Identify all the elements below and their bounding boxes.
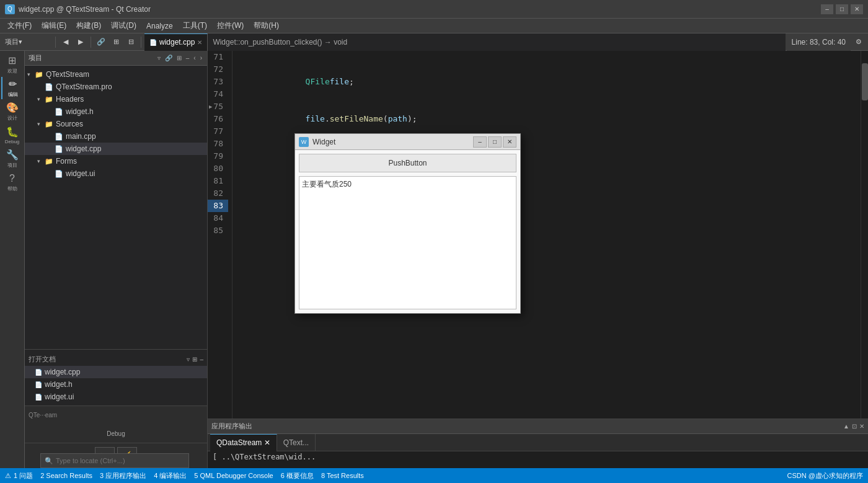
float-title-text: Widget: [312, 138, 335, 146]
tree-item-root[interactable]: ▾ 📁 QTextStream: [25, 68, 207, 81]
panel-link-icon[interactable]: 🔗: [164, 54, 174, 62]
search-input[interactable]: [56, 457, 185, 464]
open-docs-header: 打开文档 ▿ ⊞ –: [25, 352, 207, 366]
panel-expand-icon[interactable]: ⊞: [175, 54, 183, 62]
tree-icon-widget-ui: 📄: [55, 170, 63, 178]
tab-close-icon[interactable]: ✕: [197, 39, 202, 46]
output-tab-qtext[interactable]: QText...: [277, 434, 316, 451]
minimize-button[interactable]: –: [821, 4, 833, 14]
open-doc-widget-ui[interactable]: 📄 widget.ui: [25, 391, 207, 403]
close-button[interactable]: ✕: [851, 4, 863, 14]
float-maximize-btn[interactable]: □: [488, 136, 502, 148]
open-doc-widget-cpp[interactable]: 📄 widget.cpp: [25, 366, 207, 378]
tree-item-widget-ui[interactable]: ▾ 📄 widget.ui: [25, 167, 207, 180]
design-icon: 🎨: [6, 102, 19, 113]
ln-73: 73: [208, 76, 228, 88]
output-panel-header: 应用程序输出 ▲ ⊡ ✕: [208, 419, 868, 434]
debug-panel-btn[interactable]: Debug: [25, 424, 207, 443]
panel-collapse-icon[interactable]: –: [185, 54, 191, 62]
nav-forward-btn[interactable]: ▶: [74, 35, 87, 49]
output-close-icon[interactable]: ✕: [859, 423, 864, 430]
tree-item-pro[interactable]: ▾ 📄 QTextStream.pro: [25, 81, 207, 93]
tree-icon-root: 📁: [35, 71, 43, 79]
status-item-compile-output[interactable]: 4 编译输出: [154, 471, 187, 481]
editor-tab-widget-cpp[interactable]: 📄 widget.cpp ✕: [144, 33, 208, 51]
status-item-app-output[interactable]: 3 应用程序输出: [100, 471, 146, 481]
tree-item-headers[interactable]: ▾ 📁 Headers: [25, 93, 207, 105]
tree-item-widget-cpp[interactable]: ▾ 📄 widget.cpp: [25, 143, 207, 155]
tree-item-forms[interactable]: ▾ 📁 Forms: [25, 155, 207, 167]
tree-item-widget-h[interactable]: ▾ 📄 widget.h: [25, 105, 207, 118]
menu-help[interactable]: 帮助(H): [249, 19, 284, 33]
ln-74: 74: [208, 88, 228, 100]
ln-80: 80: [208, 162, 228, 175]
open-docs-section: 打开文档 ▿ ⊞ – 📄 widget.cpp 📄 widget.h 📄 wid…: [25, 349, 207, 405]
maximize-button[interactable]: □: [836, 4, 848, 14]
menu-file[interactable]: 文件(F): [2, 19, 37, 33]
panel-filter-icon[interactable]: ▿: [156, 54, 162, 62]
menu-controls[interactable]: 控件(W): [212, 19, 249, 33]
output-tabs: QDataStream ✕ QText...: [208, 434, 868, 451]
menu-analyze[interactable]: Analyze: [141, 19, 178, 33]
status-right: CSDN @虚心求知的程序: [787, 471, 863, 481]
ln-83: 83: [208, 200, 228, 212]
ln-84: 84: [208, 212, 228, 224]
output-tab-qdatastream[interactable]: QDataStream ✕: [210, 434, 277, 451]
sidebar-icon-help[interactable]: ? 帮助: [1, 171, 24, 193]
menu-tools[interactable]: 工具(T): [178, 19, 212, 33]
tree-item-sources[interactable]: ▾ 📁 Sources: [25, 118, 207, 130]
search-icon: 🔍: [45, 457, 53, 465]
float-content: PushButton 主要看气质250: [295, 150, 520, 313]
menu-build[interactable]: 构建(B): [71, 19, 106, 33]
tree-arrow-headers: ▾: [37, 96, 43, 102]
open-docs-expand-icon[interactable]: ⊞: [192, 356, 197, 363]
tree-arrow-forms: ▾: [37, 158, 43, 164]
toolbar: 项目▾ ◀ ▶ 🔗 ⊞ ⊟ 📄 widget.cpp ✕ Widget::on_…: [0, 33, 868, 51]
toolbar-sep-1: [55, 37, 56, 48]
ln-75: 75: [208, 100, 228, 113]
output-collapse-icon[interactable]: ▲: [843, 423, 849, 430]
status-item-search-results[interactable]: 2 Search Results: [40, 472, 92, 479]
title-bar-controls[interactable]: – □ ✕: [821, 4, 863, 14]
panel-close-icon[interactable]: ‹: [192, 54, 197, 62]
ln-81: 81: [208, 175, 228, 187]
open-docs-collapse-icon[interactable]: –: [200, 356, 203, 363]
status-item-problems[interactable]: ⚠ 1 问题: [5, 471, 33, 481]
tree-label-forms: Forms: [56, 157, 77, 166]
menu-edit[interactable]: 编辑(E): [37, 19, 71, 33]
push-button[interactable]: PushButton: [299, 154, 516, 172]
float-minimize-btn[interactable]: –: [473, 136, 487, 148]
open-docs-filter-icon[interactable]: ▿: [187, 356, 190, 363]
split-btn[interactable]: ⊟: [124, 35, 138, 49]
status-item-overview[interactable]: 6 概要信息: [281, 471, 314, 481]
menu-debug[interactable]: 调试(D): [106, 19, 141, 33]
project-dropdown-btn[interactable]: 项目▾: [2, 35, 52, 49]
float-close-btn[interactable]: ✕: [503, 136, 516, 148]
output-float-icon[interactable]: ⊡: [852, 423, 857, 430]
output-panel-title: 应用程序输出: [211, 422, 252, 431]
panel-right-icon[interactable]: ›: [199, 54, 203, 62]
project-icon: 🔧: [6, 149, 19, 161]
sidebar-icon-project[interactable]: 🔧 项目: [1, 148, 24, 170]
tree-arrow-root: ▾: [27, 71, 33, 78]
sidebar-icon-debug[interactable]: 🐛 Debug: [1, 124, 24, 146]
settings-btn[interactable]: ⚙: [852, 35, 866, 49]
qt-bottom-panel: QTe···eam: [25, 405, 207, 424]
link-btn[interactable]: 🔗: [94, 35, 108, 49]
nav-back-btn[interactable]: ◀: [59, 35, 73, 49]
scrollbar-thumb-v[interactable]: [862, 63, 868, 100]
grid-btn[interactable]: ⊞: [109, 35, 123, 49]
editor-scrollbar-v[interactable]: [861, 51, 868, 419]
sidebar-icon-edit[interactable]: ✏ 编辑: [1, 77, 24, 99]
status-item-qml-debugger[interactable]: 5 QML Debugger Console: [194, 472, 273, 479]
edit-icon: ✏: [9, 78, 17, 90]
sidebar-icon-design[interactable]: 🎨 设计: [1, 100, 24, 123]
sidebar-icon-welcome[interactable]: ⊞ 欢迎: [1, 53, 24, 76]
open-doc-widget-h[interactable]: 📄 widget.h: [25, 378, 207, 391]
text-area[interactable]: 主要看气质250: [299, 176, 516, 309]
panel-header-icons: ▿ 🔗 ⊞ – ‹ ›: [156, 54, 203, 62]
status-item-test-results[interactable]: 8 Test Results: [321, 472, 364, 479]
code-line-79: [237, 373, 856, 386]
floating-widget-window: W Widget – □ ✕ PushButton 主要看气质250: [294, 133, 521, 314]
tree-item-main-cpp[interactable]: ▾ 📄 main.cpp: [25, 130, 207, 143]
